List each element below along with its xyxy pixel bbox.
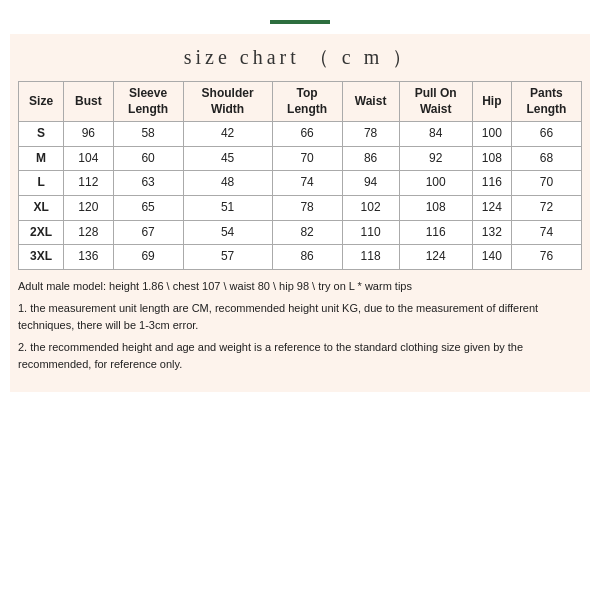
table-cell: 112 — [64, 171, 113, 196]
table-cell: 104 — [64, 146, 113, 171]
table-cell: 108 — [399, 195, 472, 220]
table-cell: 69 — [113, 245, 183, 270]
table-cell: 63 — [113, 171, 183, 196]
table-cell: 82 — [272, 220, 342, 245]
table-cell: M — [19, 146, 64, 171]
table-cell: 124 — [472, 195, 511, 220]
table-cell: 100 — [399, 171, 472, 196]
table-cell: 78 — [342, 122, 399, 147]
table-cell: 57 — [183, 245, 272, 270]
table-cell: 70 — [511, 171, 581, 196]
column-header: PantsLength — [511, 82, 581, 122]
table-cell: 66 — [511, 122, 581, 147]
chart-title: size chart （ c m ） — [18, 44, 582, 71]
table-cell: 116 — [399, 220, 472, 245]
table-cell: 84 — [399, 122, 472, 147]
top-bar — [270, 20, 330, 24]
table-cell: L — [19, 171, 64, 196]
tip2-note: 2. the recommended height and age and we… — [18, 339, 582, 372]
table-cell: 54 — [183, 220, 272, 245]
table-cell: 51 — [183, 195, 272, 220]
table-cell: 68 — [511, 146, 581, 171]
table-cell: 60 — [113, 146, 183, 171]
column-header: Hip — [472, 82, 511, 122]
table-cell: 140 — [472, 245, 511, 270]
table-cell: 70 — [272, 146, 342, 171]
table-cell: 132 — [472, 220, 511, 245]
table-cell: 128 — [64, 220, 113, 245]
column-header: ShoulderWidth — [183, 82, 272, 122]
table-cell: 136 — [64, 245, 113, 270]
table-row: 3XL13669578611812414076 — [19, 245, 582, 270]
table-cell: 118 — [342, 245, 399, 270]
table-cell: 96 — [64, 122, 113, 147]
table-cell: 2XL — [19, 220, 64, 245]
table-cell: 45 — [183, 146, 272, 171]
table-row: 2XL12867548211011613274 — [19, 220, 582, 245]
table-cell: 92 — [399, 146, 472, 171]
table-row: S96584266788410066 — [19, 122, 582, 147]
column-header: Pull OnWaist — [399, 82, 472, 122]
table-header-row: SizeBustSleeveLengthShoulderWidthTopLeng… — [19, 82, 582, 122]
table-cell: S — [19, 122, 64, 147]
table-header: SizeBustSleeveLengthShoulderWidthTopLeng… — [19, 82, 582, 122]
table-row: M104604570869210868 — [19, 146, 582, 171]
table-cell: 72 — [511, 195, 581, 220]
table-cell: 86 — [272, 245, 342, 270]
table-cell: 120 — [64, 195, 113, 220]
column-header: TopLength — [272, 82, 342, 122]
chart-container: size chart （ c m ） SizeBustSleeveLengthS… — [10, 34, 590, 392]
table-cell: 74 — [511, 220, 581, 245]
table-cell: 3XL — [19, 245, 64, 270]
table-cell: 108 — [472, 146, 511, 171]
table-row: L1126348749410011670 — [19, 171, 582, 196]
model-note: Adult male model: height 1.86 \ chest 10… — [18, 278, 582, 295]
table-cell: 48 — [183, 171, 272, 196]
notes-section: Adult male model: height 1.86 \ chest 10… — [18, 278, 582, 373]
column-header: Bust — [64, 82, 113, 122]
table-cell: 116 — [472, 171, 511, 196]
table-cell: 58 — [113, 122, 183, 147]
table-cell: 124 — [399, 245, 472, 270]
size-table: SizeBustSleeveLengthShoulderWidthTopLeng… — [18, 81, 582, 270]
table-cell: 67 — [113, 220, 183, 245]
table-cell: 78 — [272, 195, 342, 220]
table-cell: 94 — [342, 171, 399, 196]
table-cell: 100 — [472, 122, 511, 147]
table-row: XL12065517810210812472 — [19, 195, 582, 220]
table-cell: 66 — [272, 122, 342, 147]
table-cell: 65 — [113, 195, 183, 220]
column-header: Waist — [342, 82, 399, 122]
table-cell: 76 — [511, 245, 581, 270]
table-body: S96584266788410066M104604570869210868L11… — [19, 122, 582, 270]
column-header: SleeveLength — [113, 82, 183, 122]
table-cell: 74 — [272, 171, 342, 196]
tip1-note: 1. the measurement unit length are CM, r… — [18, 300, 582, 333]
table-cell: 42 — [183, 122, 272, 147]
table-cell: 102 — [342, 195, 399, 220]
table-cell: 110 — [342, 220, 399, 245]
column-header: Size — [19, 82, 64, 122]
table-cell: 86 — [342, 146, 399, 171]
table-cell: XL — [19, 195, 64, 220]
